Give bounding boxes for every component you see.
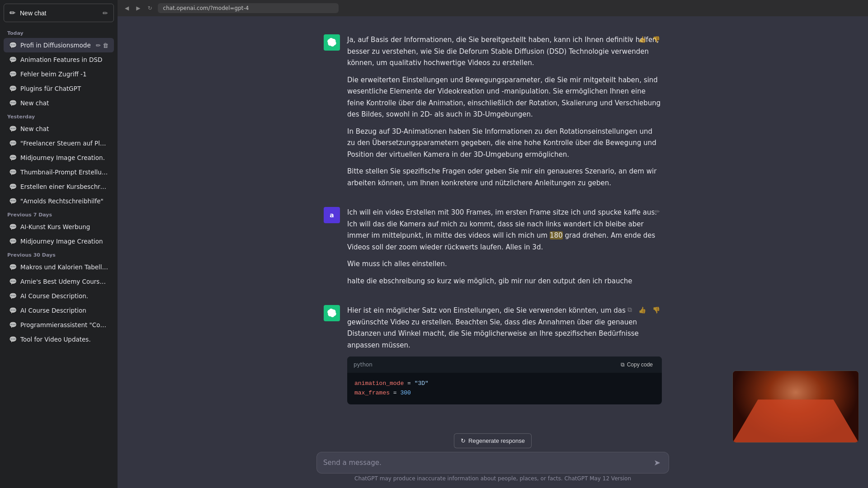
sidebar-item-midjourney-creation[interactable]: 💬 Midjourney Image Creation. bbox=[4, 150, 114, 165]
disclaimer-text: ChatGPT may produce inaccurate informati… bbox=[354, 474, 631, 485]
message-wrapper-2: a Ich will ein video Erstellen mit 300 F… bbox=[316, 198, 669, 296]
sidebar-item-arnolds-rechtschreibhilfe[interactable]: 💬 "Arnolds Rechtschreibhilfe" bbox=[4, 194, 114, 208]
chat-item-label: Fehler beim Zugriff -1 bbox=[20, 70, 108, 78]
delete-icon[interactable]: 🗑 bbox=[103, 42, 108, 49]
code-block: python ⧉ Copy code animation_mode = "3D" bbox=[347, 357, 662, 404]
chat-icon: 💬 bbox=[9, 70, 17, 78]
user-msg-para2: Wie muss ich alles einstellen. bbox=[347, 258, 662, 270]
sidebar-item-ai-course-desc2[interactable]: 💬 AI Course Description bbox=[4, 303, 114, 318]
thumbup-button[interactable]: 👍 bbox=[637, 34, 648, 44]
chat-item-label: Thumbnail-Prompt Erstellun... bbox=[20, 169, 108, 176]
chat-item-label: Tool for Video Updates. bbox=[20, 336, 108, 343]
message-3-actions: ⧉ 👍 👎 bbox=[626, 305, 662, 314]
sidebar-item-thumbnail-prompt[interactable]: 💬 Thumbnail-Prompt Erstellun... bbox=[4, 165, 114, 179]
chat-item-label: Arnie's Best Udemy Courses... bbox=[20, 278, 108, 285]
chat-item-label: Makros und Kalorien Tabelle... bbox=[20, 263, 108, 271]
input-container: ➤ bbox=[316, 452, 669, 474]
chat-icon: 💬 bbox=[9, 154, 17, 161]
sidebar-item-profi-diffusionsmode[interactable]: 💬 Profi in Diffusionsmode ✏ 🗑 bbox=[4, 38, 114, 52]
sidebar-item-new-chat-yesterday[interactable]: 💬 New chat bbox=[4, 122, 114, 136]
regen-icon: ↻ bbox=[461, 437, 466, 444]
highlight-180: 180 bbox=[550, 231, 563, 239]
video-overlay bbox=[732, 371, 859, 443]
sidebar-item-programmierassistent[interactable]: 💬 Programmierassistent "CodeC... bbox=[4, 318, 114, 332]
refresh-button[interactable]: ↻ bbox=[146, 4, 154, 12]
code-eq-1: = bbox=[404, 380, 414, 387]
chat-icon: 💬 bbox=[9, 263, 17, 271]
code-key-1: animation_mode bbox=[354, 380, 404, 387]
sidebar-item-ai-kunst[interactable]: 💬 AI-Kunst Kurs Werbung bbox=[4, 220, 114, 234]
copy-button[interactable]: ⧉ bbox=[626, 34, 634, 44]
message-content-2: Ich will ein video Erstellen mit 300 Fra… bbox=[347, 207, 662, 287]
chat-icon: 💬 bbox=[9, 336, 17, 343]
regen-label: Regenerate response bbox=[468, 437, 525, 444]
avatar-gpt-2 bbox=[324, 305, 340, 321]
send-button[interactable]: ➤ bbox=[652, 457, 662, 469]
chat-item-label: Profi in Diffusionsmode bbox=[20, 42, 92, 49]
message-wrapper-1: Ja, auf Basis der Informationen, die Sie… bbox=[316, 25, 669, 198]
sidebar-item-new-chat-today[interactable]: 💬 New chat bbox=[4, 96, 114, 110]
chat-item-label: "Freelancer Steuern auf Plattf... bbox=[20, 140, 108, 147]
edit-message-button[interactable]: ✏ bbox=[653, 207, 662, 216]
forward-button[interactable]: ▶ bbox=[134, 4, 142, 12]
chat-item-label: AI-Kunst Kurs Werbung bbox=[20, 223, 108, 230]
thumbdown-button[interactable]: 👎 bbox=[651, 34, 662, 44]
chat-icon: 💬 bbox=[9, 183, 17, 190]
pencil-icon: ✏ bbox=[103, 9, 108, 17]
message-1-actions: ⧉ 👍 👎 bbox=[626, 34, 662, 44]
msg3-para1: Hier ist ein möglicher Satz von Einstell… bbox=[347, 305, 662, 351]
code-language: python bbox=[354, 360, 373, 369]
code-line-1: animation_mode = "3D" bbox=[354, 379, 655, 389]
new-chat-label: New chat bbox=[20, 9, 46, 17]
url-bar[interactable]: chat.openai.com/?model=gpt-4 bbox=[158, 3, 339, 13]
avatar-gpt bbox=[324, 34, 340, 51]
message-assistant-2: Hier ist ein möglicher Satz von Einstell… bbox=[324, 296, 662, 419]
user-msg-para1: Ich will ein video Erstellen mit 300 Fra… bbox=[347, 207, 662, 253]
sidebar-item-animation-features[interactable]: 💬 Animation Features in DSD bbox=[4, 52, 114, 67]
sidebar-item-tool-video-updates[interactable]: 💬 Tool for Video Updates. bbox=[4, 332, 114, 347]
chat-item-label: Midjourney Image Creation bbox=[20, 238, 108, 245]
msg1-para4: Bitte stellen Sie spezifische Fragen ode… bbox=[347, 166, 662, 189]
user-msg-para3: halte die ebschreibung so kurz wie mögli… bbox=[347, 276, 662, 287]
sidebar-item-plugins-chatgpt[interactable]: 💬 Plugins für ChatGPT bbox=[4, 81, 114, 96]
copy-code-button[interactable]: ⧉ Copy code bbox=[618, 361, 656, 369]
code-val-1: "3D" bbox=[415, 380, 429, 387]
chat-item-label: New chat bbox=[20, 125, 108, 132]
sidebar-item-ai-course-desc1[interactable]: 💬 AI Course Description. bbox=[4, 289, 114, 303]
sidebar-item-arnies-udemy[interactable]: 💬 Arnie's Best Udemy Courses... bbox=[4, 274, 114, 289]
sidebar-item-kursbeschreibung[interactable]: 💬 Erstellen einer Kursbeschreib... bbox=[4, 179, 114, 194]
sidebar-item-fehler-zugriff[interactable]: 💬 Fehler beim Zugriff -1 bbox=[4, 67, 114, 81]
chat-icon: 💬 bbox=[9, 169, 17, 176]
sidebar-item-makros[interactable]: 💬 Makros und Kalorien Tabelle... bbox=[4, 260, 114, 274]
edit-icon[interactable]: ✏ bbox=[96, 42, 101, 49]
chat-item-label: AI Course Description bbox=[20, 307, 108, 314]
thumbdown-button-3[interactable]: 👎 bbox=[651, 305, 662, 314]
copy-button-3[interactable]: ⧉ bbox=[626, 305, 634, 314]
back-button[interactable]: ◀ bbox=[123, 4, 131, 12]
msg1-para2: Die erweiterten Einstellungen und Bewegu… bbox=[347, 75, 662, 121]
code-line-2: max_frames = 300 bbox=[354, 389, 655, 398]
chat-item-label: Midjourney Image Creation. bbox=[20, 154, 108, 161]
chat-icon: 💬 bbox=[9, 321, 17, 328]
msg1-para3: In Bezug auf 3D-Animationen haben Sie In… bbox=[347, 126, 662, 161]
chat-icon: 💬 bbox=[9, 278, 17, 285]
chat-icon: 💬 bbox=[9, 99, 17, 107]
avatar-user: a bbox=[324, 207, 340, 223]
sidebar-item-freelancer-steuern[interactable]: 💬 "Freelancer Steuern auf Plattf... bbox=[4, 136, 114, 150]
chat-item-label: Plugins für ChatGPT bbox=[20, 85, 108, 92]
chat-item-label: Programmierassistent "CodeC... bbox=[20, 321, 108, 328]
chat-icon: 💬 bbox=[9, 140, 17, 147]
code-val-2: 300 bbox=[400, 389, 410, 396]
regenerate-button[interactable]: ↻ Regenerate response bbox=[454, 433, 532, 448]
sidebar-item-midjourney2[interactable]: 💬 Midjourney Image Creation bbox=[4, 234, 114, 249]
chat-icon: 💬 bbox=[9, 42, 17, 49]
thumbup-button-3[interactable]: 👍 bbox=[637, 305, 648, 314]
sidebar: ✏ New chat ✏ Today 💬 Profi in Diffusions… bbox=[0, 0, 118, 488]
section-prev7days: Previous 7 Days bbox=[4, 208, 114, 220]
message-input[interactable] bbox=[323, 458, 647, 468]
message-wrapper-3: Hier ist ein möglicher Satz von Einstell… bbox=[316, 296, 669, 419]
new-chat-button[interactable]: ✏ New chat ✏ bbox=[4, 4, 114, 22]
chat-icon: 💬 bbox=[9, 307, 17, 314]
chat-icon: 💬 bbox=[9, 238, 17, 245]
chat-icon: 💬 bbox=[9, 125, 17, 132]
